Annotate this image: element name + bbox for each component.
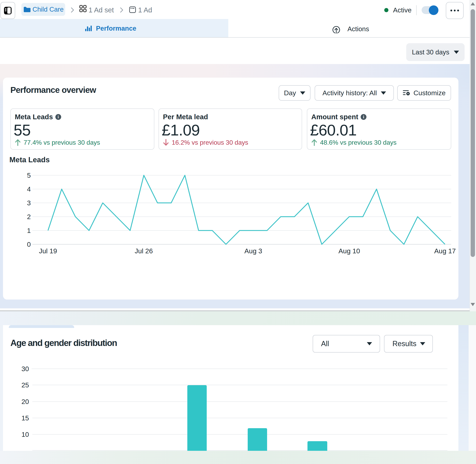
svg-text:25: 25 (21, 381, 29, 389)
svg-text:5: 5 (27, 172, 31, 179)
svg-text:Jul 26: Jul 26 (135, 247, 153, 255)
svg-text:1: 1 (27, 227, 31, 234)
svg-text:15: 15 (21, 414, 29, 422)
svg-text:Aug 17: Aug 17 (434, 247, 456, 255)
svg-text:10: 10 (21, 431, 29, 438)
svg-text:Aug 3: Aug 3 (244, 247, 262, 255)
svg-text:0: 0 (27, 241, 31, 248)
svg-text:3: 3 (27, 199, 31, 207)
svg-text:20: 20 (21, 398, 29, 405)
svg-text:30: 30 (21, 365, 29, 373)
svg-text:2: 2 (27, 213, 31, 221)
svg-text:4: 4 (27, 185, 31, 193)
svg-text:Aug 10: Aug 10 (338, 247, 360, 255)
svg-text:Jul 19: Jul 19 (39, 247, 57, 255)
